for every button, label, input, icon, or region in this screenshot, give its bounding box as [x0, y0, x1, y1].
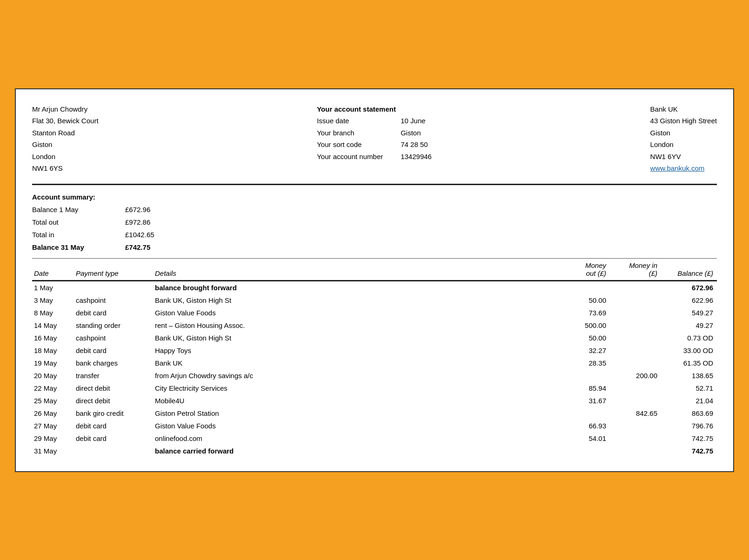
- cell-payment: debit card: [74, 420, 153, 432]
- customer-name: Mr Arjun Chowdry: [32, 103, 99, 115]
- cell-money-in: [610, 280, 661, 294]
- cell-money-in: [610, 319, 661, 332]
- table-row: 3 May cashpoint Bank UK, Giston High St …: [32, 294, 717, 307]
- cell-details: from Arjun Chowdry savings a/c: [153, 369, 559, 382]
- cell-money-out: 50.00: [559, 332, 610, 344]
- cell-date: 14 May: [32, 319, 74, 332]
- sort-code-value: 74 28 50: [401, 139, 428, 151]
- cell-date: 22 May: [32, 382, 74, 394]
- cell-money-in: [610, 394, 661, 407]
- header-section: Mr Arjun Chowdry Flat 30, Bewick Court S…: [32, 103, 717, 174]
- total-out-label: Total out: [32, 216, 125, 228]
- cell-money-in: [610, 382, 661, 394]
- cell-money-in: [610, 294, 661, 307]
- col-header-payment: Payment type: [74, 258, 153, 280]
- cell-payment: bank charges: [74, 357, 153, 369]
- cell-date: 27 May: [32, 420, 74, 432]
- cell-money-out: 28.35: [559, 357, 610, 369]
- cell-money-out: [559, 445, 610, 457]
- cell-money-out: [559, 280, 610, 294]
- bank-website[interactable]: www.bankuk.com: [650, 162, 717, 174]
- cell-details: Giston Value Foods: [153, 307, 559, 319]
- cell-balance: 33.00 OD: [661, 344, 717, 357]
- cell-date: 1 May: [32, 280, 74, 294]
- cell-details: rent – Giston Housing Assoc.: [153, 319, 559, 332]
- cell-details: City Electricity Services: [153, 382, 559, 394]
- cell-money-in: 200.00: [610, 369, 661, 382]
- balance1may-label: Balance 1 May: [32, 203, 125, 216]
- cell-payment: bank giro credit: [74, 407, 153, 420]
- account-number-row: Your account number 13429946: [317, 151, 432, 163]
- address-line2: Stanton Road: [32, 127, 99, 139]
- cell-details: Bank UK, Giston High St: [153, 332, 559, 344]
- cell-date: 16 May: [32, 332, 74, 344]
- table-row: 31 May balance carried forward 742.75: [32, 445, 717, 457]
- cell-money-out: 50.00: [559, 294, 610, 307]
- cell-payment: debit card: [74, 344, 153, 357]
- account-number-label: Your account number: [317, 151, 391, 163]
- cell-money-in: [610, 432, 661, 445]
- balance1may-row: Balance 1 May £672.96: [32, 203, 717, 216]
- bank-address2: Giston: [650, 127, 717, 139]
- cell-balance: 863.69: [661, 407, 717, 420]
- account-number-value: 13429946: [401, 151, 432, 163]
- total-in-row: Total in £1042.65: [32, 228, 717, 241]
- transactions-table: Date Payment type Details Money out (£) …: [32, 258, 717, 457]
- cell-balance: 138.65: [661, 369, 717, 382]
- cell-money-in: [610, 307, 661, 319]
- cell-balance: 61.35 OD: [661, 357, 717, 369]
- bank-name: Bank UK: [650, 103, 717, 115]
- cell-details: Mobile4U: [153, 394, 559, 407]
- total-out-value: £972.86: [125, 216, 172, 228]
- cell-payment: cashpoint: [74, 294, 153, 307]
- cell-money-out: 73.69: [559, 307, 610, 319]
- col-header-balance: Balance (£): [661, 258, 717, 280]
- bank-info: Bank UK 43 Giston High Street Giston Lon…: [650, 103, 717, 174]
- col-header-details: Details: [153, 258, 559, 280]
- table-row: 22 May direct debit City Electricity Ser…: [32, 382, 717, 394]
- cell-money-out: [559, 407, 610, 420]
- money-in-line2: (£): [612, 269, 657, 277]
- money-out-line2: out (£): [561, 269, 606, 277]
- table-header-row: Date Payment type Details Money out (£) …: [32, 258, 717, 280]
- inner-box: Mr Arjun Chowdry Flat 30, Bewick Court S…: [15, 88, 734, 472]
- cell-details: balance brought forward: [153, 280, 559, 294]
- cell-details: Giston Petrol Station: [153, 407, 559, 420]
- statement-info: Your account statement Issue date 10 Jun…: [317, 103, 432, 174]
- cell-payment: debit card: [74, 307, 153, 319]
- cell-money-out: 54.01: [559, 432, 610, 445]
- issue-date-label: Issue date: [317, 115, 391, 127]
- cell-details: Giston Value Foods: [153, 420, 559, 432]
- address-line1: Flat 30, Bewick Court: [32, 115, 99, 127]
- cell-payment: direct debit: [74, 394, 153, 407]
- cell-date: 3 May: [32, 294, 74, 307]
- cell-balance: 549.27: [661, 307, 717, 319]
- cell-money-out: 500.00: [559, 319, 610, 332]
- cell-payment: direct debit: [74, 382, 153, 394]
- cell-date: 8 May: [32, 307, 74, 319]
- cell-money-in: [610, 420, 661, 432]
- table-row: 8 May debit card Giston Value Foods 73.6…: [32, 307, 717, 319]
- cell-money-in: 842.65: [610, 407, 661, 420]
- account-summary: Account summary: Balance 1 May £672.96 T…: [32, 191, 717, 253]
- table-row: 29 May debit card onlinefood.com 54.01 7…: [32, 432, 717, 445]
- table-row: 19 May bank charges Bank UK 28.35 61.35 …: [32, 357, 717, 369]
- table-row: 16 May cashpoint Bank UK, Giston High St…: [32, 332, 717, 344]
- balance1may-value: £672.96: [125, 203, 172, 216]
- cell-details: Bank UK: [153, 357, 559, 369]
- cell-money-in: [610, 332, 661, 344]
- balance31may-row: Balance 31 May £742.75: [32, 241, 717, 253]
- col-header-money-out: Money out (£): [559, 258, 610, 280]
- cell-date: 18 May: [32, 344, 74, 357]
- cell-money-in: [610, 344, 661, 357]
- summary-title: Account summary:: [32, 191, 717, 203]
- cell-details: Happy Toys: [153, 344, 559, 357]
- cell-details: Bank UK, Giston High St: [153, 294, 559, 307]
- cell-date: 20 May: [32, 369, 74, 382]
- sort-code-label: Your sort code: [317, 139, 391, 151]
- customer-address: Mr Arjun Chowdry Flat 30, Bewick Court S…: [32, 103, 99, 174]
- cell-balance: 49.27: [661, 319, 717, 332]
- cell-details: balance carried forward: [153, 445, 559, 457]
- table-row: 26 May bank giro credit Giston Petrol St…: [32, 407, 717, 420]
- table-row: 18 May debit card Happy Toys 32.27 33.00…: [32, 344, 717, 357]
